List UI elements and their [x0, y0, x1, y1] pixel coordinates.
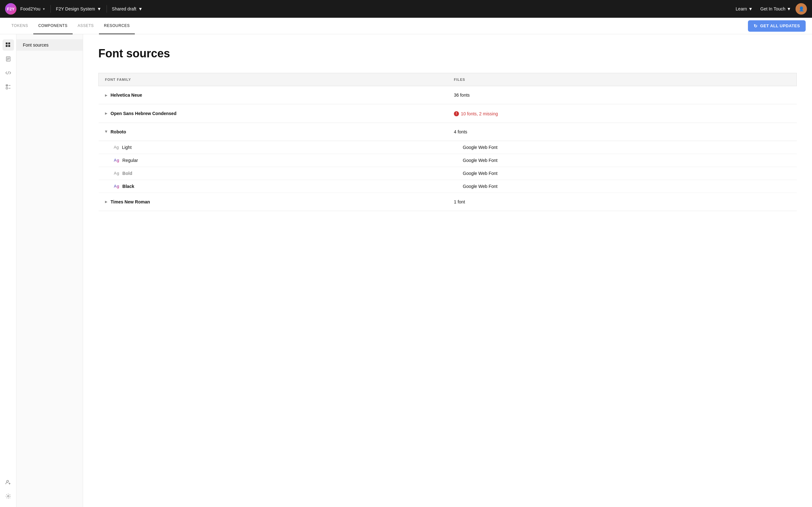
- left-icon-bar: [0, 34, 16, 507]
- font-family-name: Helvetica Neue: [111, 93, 142, 98]
- font-files-count: 4 fonts: [448, 123, 797, 141]
- ag-icon: Ag: [114, 184, 119, 188]
- font-source: Google Web Font: [448, 141, 797, 154]
- font-files-count: 1 font: [448, 193, 797, 211]
- table-row: Ag Regular Google Web Font: [99, 154, 797, 167]
- ag-icon: Ag: [114, 145, 119, 150]
- svg-point-16: [7, 496, 9, 497]
- svg-rect-0: [6, 43, 8, 44]
- font-variant-name: Regular: [122, 158, 138, 163]
- font-name-cell: ▶ Helvetica Neue: [99, 86, 448, 104]
- nav-separator-2: [107, 5, 107, 13]
- font-source: Google Web Font: [448, 154, 797, 167]
- page-title: Font sources: [98, 47, 797, 60]
- table-row: ▶ Open Sans Hebrew Condensed ! 10 fonts,…: [99, 104, 797, 123]
- font-family-name: Roboto: [111, 129, 126, 134]
- project-selector[interactable]: F2Y Design System ▼: [56, 6, 101, 11]
- get-in-touch-link[interactable]: Get In Touch ▼: [757, 4, 794, 13]
- learn-link[interactable]: Learn ▼: [732, 4, 756, 13]
- font-source: Google Web Font: [448, 167, 797, 180]
- table-row: ▶ Helvetica Neue 36 fonts: [99, 86, 797, 104]
- icon-bar-checklist[interactable]: [3, 81, 14, 93]
- font-name-cell: ▶ Roboto: [99, 123, 448, 141]
- icon-bar-bottom-section: [3, 476, 14, 502]
- table-row: Ag Light Google Web Font: [99, 141, 797, 154]
- expand-arrow-icon[interactable]: ▶: [104, 130, 108, 133]
- table-row: ▶ Roboto 4 fonts: [99, 123, 797, 141]
- draft-selector[interactable]: Shared draft ▼: [112, 6, 143, 11]
- workspace-logo[interactable]: F2Y: [5, 3, 16, 14]
- table-row: Ag Black Google Web Font: [99, 180, 797, 193]
- icon-bar-add-user[interactable]: [3, 476, 14, 488]
- learn-chevron-icon: ▼: [748, 6, 753, 11]
- svg-rect-3: [8, 45, 10, 47]
- table-row: Ag Bold Google Web Font: [99, 167, 797, 180]
- font-table: FONT FAMILY FILES ▶ Helvetica Neue 36 fo…: [98, 73, 797, 211]
- expand-arrow-icon[interactable]: ▶: [105, 94, 107, 97]
- col-header-files: FILES: [448, 73, 797, 86]
- plugin-nav: TOKENS COMPONENTS ASSETS RESOURCES ↻ GET…: [0, 18, 812, 34]
- error-dot-icon: !: [454, 111, 459, 116]
- font-source: Google Web Font: [448, 180, 797, 193]
- workspace-selector[interactable]: Food2You ▼: [20, 6, 45, 11]
- icon-bar-widgets[interactable]: [3, 39, 14, 51]
- tab-assets[interactable]: ASSETS: [72, 18, 99, 34]
- expand-arrow-icon[interactable]: ▶: [105, 112, 107, 115]
- project-chevron-icon: ▼: [97, 6, 101, 11]
- font-variant-cell: Ag Light: [99, 141, 448, 154]
- font-family-name: Open Sans Hebrew Condensed: [111, 111, 177, 116]
- svg-rect-11: [6, 88, 8, 89]
- font-name-cell: ▶ Open Sans Hebrew Condensed: [99, 104, 448, 123]
- font-variant-name: Light: [122, 145, 131, 150]
- body-layout: Font sources Font sources FONT FAMILY FI…: [0, 34, 812, 507]
- table-row: ▶ Times New Roman 1 font: [99, 193, 797, 211]
- col-header-font-family: FONT FAMILY: [99, 73, 448, 86]
- tab-resources[interactable]: RESOURCES: [99, 18, 135, 34]
- font-name-cell: ▶ Times New Roman: [99, 193, 448, 211]
- svg-rect-2: [6, 45, 8, 47]
- get-all-updates-button[interactable]: ↻ GET ALL UPDATES: [748, 20, 806, 32]
- table-header-row: FONT FAMILY FILES: [99, 73, 797, 86]
- refresh-icon: ↻: [754, 23, 757, 29]
- nav-separator: [50, 5, 51, 13]
- top-nav: F2Y Food2You ▼ F2Y Design System ▼ Share…: [0, 0, 812, 18]
- font-variant-name: Black: [122, 184, 134, 189]
- nav-right-section: Learn ▼ Get In Touch ▼ 👤: [732, 3, 807, 14]
- get-in-touch-chevron-icon: ▼: [786, 6, 791, 11]
- font-variant-cell: Ag Regular: [99, 154, 448, 167]
- svg-line-8: [8, 71, 9, 74]
- svg-point-13: [7, 481, 9, 482]
- draft-chevron-icon: ▼: [138, 6, 143, 11]
- font-files-with-error: ! 10 fonts, 2 missing: [448, 104, 797, 123]
- icon-bar-document[interactable]: [3, 53, 14, 65]
- error-badge: ! 10 fonts, 2 missing: [454, 111, 498, 116]
- font-variant-cell: Ag Black: [99, 180, 448, 193]
- ag-icon: Ag: [114, 171, 119, 176]
- sidebar-item-font-sources[interactable]: Font sources: [16, 39, 83, 51]
- icon-bar-code[interactable]: [3, 67, 14, 78]
- ag-icon: Ag: [114, 158, 119, 163]
- expand-arrow-icon[interactable]: ▶: [105, 200, 107, 204]
- tab-tokens[interactable]: TOKENS: [6, 18, 33, 34]
- svg-rect-1: [8, 43, 10, 44]
- font-files-count: 36 fonts: [448, 86, 797, 104]
- main-content: Font sources FONT FAMILY FILES ▶ Helveti…: [83, 34, 812, 507]
- font-family-name: Times New Roman: [111, 199, 150, 205]
- tab-components[interactable]: COMPONENTS: [33, 18, 72, 34]
- icon-bar-settings[interactable]: [3, 491, 14, 502]
- user-avatar[interactable]: 👤: [796, 3, 807, 14]
- workspace-chevron-icon: ▼: [42, 7, 45, 11]
- font-variant-cell: Ag Bold: [99, 167, 448, 180]
- sidebar: Font sources: [16, 34, 83, 507]
- font-variant-name: Bold: [122, 171, 132, 176]
